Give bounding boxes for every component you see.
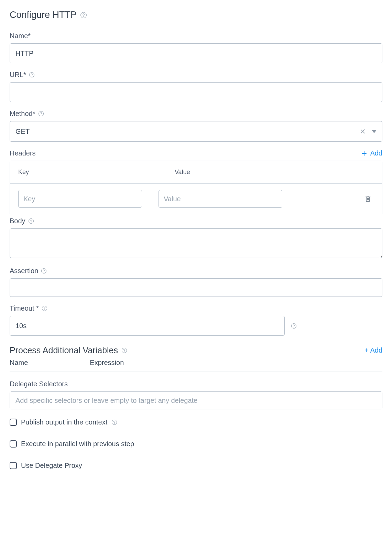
process-vars-columns: Name Expression [10,359,382,372]
help-icon[interactable] [121,347,127,353]
headers-label: Headers [10,149,36,157]
name-field: Name* [10,32,382,63]
headers-col-key: Key [18,169,175,176]
body-textarea[interactable] [10,228,382,258]
url-field: URL* [10,71,382,102]
help-icon[interactable] [38,111,44,117]
use-delegate-proxy-label: Use Delegate Proxy [21,462,82,470]
timeout-label: Timeout * [10,304,382,312]
add-variable-button[interactable]: + Add [364,346,382,354]
name-input[interactable] [10,43,382,63]
body-label: Body [10,217,382,225]
method-field: Method* GET [10,110,382,142]
headers-table-head: Key Value [10,161,382,184]
method-value: GET [15,128,360,136]
process-vars-title: Process Additional Variables [10,345,127,355]
delete-header-button[interactable] [362,193,374,205]
help-icon[interactable] [41,268,47,274]
vars-col-expression: Expression [90,359,124,367]
trash-icon [364,195,372,203]
use-delegate-proxy-checkbox-row[interactable]: Use Delegate Proxy [10,462,382,470]
help-icon[interactable] [29,72,35,78]
publish-output-checkbox[interactable] [10,419,17,426]
assertion-input[interactable] [10,278,382,297]
help-icon[interactable] [111,419,117,425]
assertion-field: Assertion [10,267,382,297]
help-icon[interactable] [42,305,47,311]
headers-col-value: Value [175,169,331,176]
help-icon[interactable] [291,323,297,329]
url-input[interactable] [10,82,382,102]
execute-parallel-label: Execute in parallel with previous step [21,440,134,448]
execute-parallel-checkbox[interactable] [10,440,17,448]
publish-output-checkbox-row[interactable]: Publish output in the context [10,418,382,426]
headers-table: Key Value [10,161,382,214]
page-title-text: Configure HTTP [10,10,77,20]
plus-icon [361,150,367,157]
publish-output-label: Publish output in the context [21,418,107,426]
header-value-input[interactable] [159,190,282,208]
page-title: Configure HTTP [10,10,382,20]
help-icon[interactable] [80,12,87,19]
method-label: Method* [10,110,382,118]
body-field: Body [10,217,382,259]
timeout-row [10,316,382,336]
timeout-field: Timeout * [10,304,382,336]
help-icon[interactable] [28,218,34,224]
delegate-selectors-input[interactable] [10,391,382,409]
header-key-input[interactable] [18,190,142,208]
use-delegate-proxy-checkbox[interactable] [10,462,17,469]
method-select[interactable]: GET [10,121,382,142]
process-vars-header: Process Additional Variables + Add [10,345,382,355]
delegate-selectors-field: Delegate Selectors [10,380,382,409]
table-row [10,184,382,214]
timeout-input[interactable] [10,316,285,336]
close-icon[interactable] [360,129,366,134]
headers-field: Headers Add Key Value [10,149,382,214]
delegate-selectors-label: Delegate Selectors [10,380,382,388]
vars-col-name: Name [10,359,28,367]
url-label: URL* [10,71,382,79]
execute-parallel-checkbox-row[interactable]: Execute in parallel with previous step [10,440,382,448]
assertion-label: Assertion [10,267,382,275]
chevron-down-icon[interactable] [372,130,377,133]
add-header-button[interactable]: Add [361,149,382,157]
name-label: Name* [10,32,382,40]
